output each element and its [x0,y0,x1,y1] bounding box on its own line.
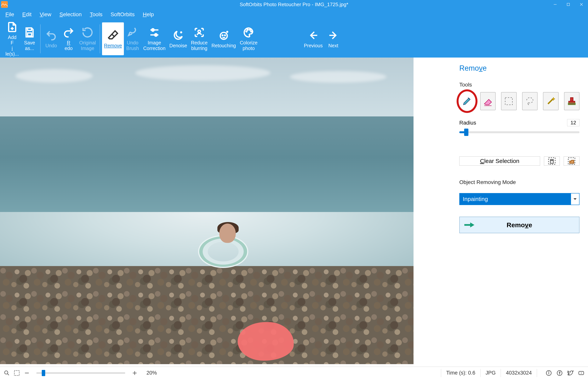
retouching-button[interactable]: Retouching [210,22,238,55]
svg-point-18 [222,35,223,36]
svg-point-23 [247,29,248,30]
redo-icon [63,26,75,38]
facebook-icon[interactable] [555,369,564,377]
save-selection-button[interactable] [544,156,560,166]
radius-slider[interactable] [459,131,579,133]
youtube-icon[interactable] [577,369,585,377]
zoom-in-icon[interactable] [131,369,139,377]
brush-undo-icon [127,26,139,38]
photo-pebbles [0,266,413,364]
svg-point-45 [549,372,549,372]
svg-rect-32 [569,101,575,103]
status-time: Time (s): 0.6 [446,370,475,376]
undo-button[interactable]: Undo [43,22,60,55]
canvas-gap [424,58,451,367]
zoom-slider[interactable] [36,372,125,374]
mode-dropdown-arrow[interactable] [571,193,579,205]
title-bar: SoftOrbits Photo Retoucher Pro - IMG_172… [0,0,588,9]
svg-point-37 [5,371,8,374]
ribbon-toolbar: AddFile(s)... Saveas... Undo Redo Origin… [0,20,588,58]
photo-subject [198,223,252,270]
svg-point-22 [246,31,247,32]
close-button[interactable] [575,0,588,9]
svg-rect-33 [568,103,575,105]
image-correction-button[interactable]: ImageCorrection [141,22,167,55]
magic-wand-tool[interactable] [543,92,558,110]
denoise-button[interactable]: Denoise [167,22,189,55]
svg-point-24 [249,29,250,30]
svg-line-30 [548,99,553,104]
status-format: JPG [486,370,496,376]
svg-rect-7 [28,28,32,31]
menu-edit[interactable]: Edit [22,11,32,17]
menu-softorbits[interactable]: SoftOrbits [111,11,134,17]
original-image-button[interactable]: OriginalImage [77,22,98,55]
sidebar-panel: Remove Tools Radius 12 [451,58,588,367]
mode-value[interactable]: Inpainting [459,193,571,205]
load-selection-button[interactable] [564,156,579,166]
undo-brush-button[interactable]: UndoBrush [124,22,141,55]
colorize-photo-button[interactable]: Colorizephoto [238,22,260,55]
ribbon-separator [100,24,100,53]
redo-button[interactable]: Redo [60,22,77,55]
svg-rect-8 [28,33,32,36]
twitter-icon[interactable] [566,369,574,377]
slider-thumb[interactable] [464,128,468,136]
ribbon-separator [40,24,41,53]
radius-row: Radius 12 [459,119,579,126]
status-dimensions: 4032x3024 [506,370,532,376]
menu-selection[interactable]: Selection [60,11,82,17]
menu-help[interactable]: Help [143,11,154,17]
zoom-percent: 20% [147,370,157,376]
save-as-button[interactable]: Saveas... [21,22,38,55]
menu-file[interactable]: File [5,11,14,17]
save-icon [24,26,35,38]
image-canvas[interactable] [0,58,413,364]
moon-sparkle-icon [172,29,184,41]
run-arrow-icon [464,221,474,228]
selection-mark[interactable] [238,322,294,361]
fit-screen-icon[interactable] [13,369,21,377]
previous-button[interactable]: Previous [302,22,325,55]
canvas-area[interactable] [0,58,424,367]
add-files-button[interactable]: AddFile(s)... [3,22,21,55]
menu-view[interactable]: View [40,11,51,17]
clear-selection-button[interactable]: Clear Selection [459,156,540,166]
menu-bar: File Edit View Selection Tools SoftOrbit… [0,9,588,20]
zoom-out-icon[interactable] [23,369,31,377]
face-sparkle-icon [218,29,230,41]
reduce-blurring-button[interactable]: Reduceblurring [189,22,210,55]
svg-line-9 [112,34,114,37]
svg-rect-29 [505,97,512,105]
clone-stamp-tool[interactable] [564,92,579,110]
revert-icon [82,26,94,38]
photo-sea [0,116,413,219]
tool-buttons [459,92,579,110]
marker-tool[interactable] [459,92,475,110]
radius-value[interactable]: 12 [567,119,579,126]
add-file-icon [6,21,18,33]
remove-action-button[interactable]: Remove [459,217,579,233]
eraser-tool[interactable] [480,92,496,110]
zoom-thumb[interactable] [42,370,45,376]
zoom-fit-icon[interactable] [3,369,11,377]
mode-select[interactable]: Inpainting [459,193,579,205]
status-bar: 20% Time (s): 0.6 JPG 4032x3024 [0,367,588,379]
app-icon [0,0,9,9]
main-area: Remove Tools Radius 12 [0,58,588,367]
maximize-button[interactable] [562,0,575,9]
info-icon[interactable] [545,369,553,377]
radius-label: Radius [459,120,476,126]
remove-tool-button[interactable]: Remove [102,22,124,55]
menu-tools[interactable]: Tools [90,11,102,17]
minimize-button[interactable] [549,0,562,9]
panel-title: Remove [459,64,579,72]
svg-point-19 [225,35,225,36]
window-controls [549,0,588,9]
mode-label: Object Removing Mode [459,179,579,185]
svg-rect-2 [567,3,570,6]
arrow-left-icon [307,29,319,41]
lasso-tool[interactable] [522,92,538,110]
next-button[interactable]: Next [325,22,342,55]
rectangle-select-tool[interactable] [501,92,517,110]
